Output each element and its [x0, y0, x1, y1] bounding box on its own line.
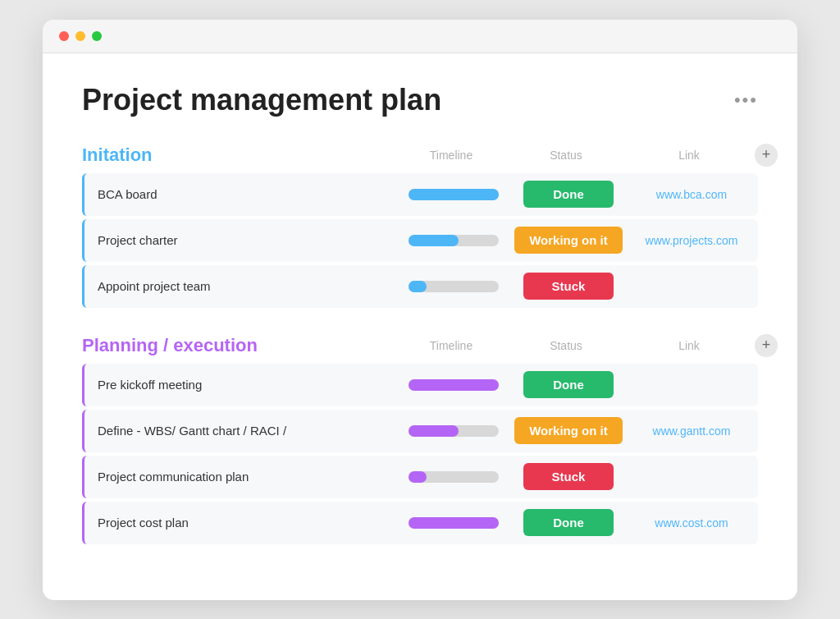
- task-name-label: Appoint project team: [84, 279, 396, 293]
- timeline-bar-container: [409, 471, 499, 483]
- maximize-dot[interactable]: [92, 31, 102, 41]
- section-header-initiation: InitationTimelineStatusLink+: [82, 144, 758, 167]
- timeline-bar: [409, 471, 427, 483]
- more-options-button[interactable]: •••: [734, 89, 758, 111]
- link-cell[interactable]: www.gantt.com: [626, 424, 757, 438]
- timeline-bar: [409, 281, 427, 292]
- status-cell: Working on it: [511, 417, 626, 444]
- timeline-bar-container: [409, 379, 499, 391]
- table-row: Pre kickoff meetingDone: [82, 364, 758, 406]
- section-initiation: InitationTimelineStatusLink+BCA boardDon…: [82, 144, 758, 308]
- col-header-status-planning: Status: [509, 339, 623, 352]
- timeline-bar: [409, 517, 499, 529]
- timeline-bar: [409, 189, 499, 200]
- timeline-cell: [396, 281, 511, 292]
- timeline-cell: [396, 235, 511, 246]
- table-row: Project communication planStuck: [82, 456, 758, 498]
- timeline-cell: [396, 517, 511, 529]
- timeline-bar: [409, 235, 459, 246]
- add-task-button-planning[interactable]: +: [755, 334, 778, 357]
- col-header-status-initiation: Status: [509, 149, 623, 162]
- table-row: Define - WBS/ Gantt chart / RACI /Workin…: [82, 410, 758, 452]
- status-cell: Working on it: [511, 227, 626, 254]
- task-name-label: Define - WBS/ Gantt chart / RACI /: [84, 424, 396, 438]
- status-cell: Done: [511, 181, 626, 208]
- timeline-cell: [396, 471, 511, 483]
- timeline-cell: [396, 379, 511, 391]
- section-title-initiation: Initation: [82, 144, 394, 166]
- page-title: Project management plan: [82, 83, 441, 117]
- status-cell: Done: [511, 371, 626, 398]
- app-window: Project management plan ••• InitationTim…: [43, 20, 797, 600]
- task-name-label: Pre kickoff meeting: [84, 378, 396, 392]
- table-row: Project charterWorking on itwww.projects…: [82, 219, 758, 262]
- table-row: Project cost planDonewww.cost.com: [82, 502, 758, 544]
- task-name-label: BCA board: [84, 187, 396, 201]
- timeline-bar-container: [409, 517, 499, 529]
- status-badge: Stuck: [523, 463, 614, 490]
- status-badge: Done: [523, 371, 614, 398]
- task-name-label: Project cost plan: [84, 516, 396, 530]
- sections-container: InitationTimelineStatusLink+BCA boardDon…: [82, 144, 758, 544]
- timeline-bar: [409, 379, 499, 391]
- link-cell[interactable]: www.cost.com: [626, 516, 757, 530]
- page-content: Project management plan ••• InitationTim…: [43, 53, 797, 600]
- link-cell[interactable]: www.bca.com: [626, 188, 757, 201]
- page-header: Project management plan •••: [82, 83, 758, 117]
- timeline-bar-container: [409, 189, 499, 200]
- timeline-bar-container: [409, 235, 499, 246]
- status-badge: Working on it: [514, 417, 623, 444]
- add-task-button-initiation[interactable]: +: [755, 144, 778, 167]
- status-cell: Stuck: [511, 463, 626, 490]
- status-badge: Stuck: [523, 273, 614, 300]
- section-title-planning: Planning / execution: [82, 335, 394, 356]
- status-badge: Done: [523, 181, 614, 208]
- titlebar: [43, 20, 797, 53]
- close-dot[interactable]: [59, 31, 69, 41]
- task-name-label: Project communication plan: [84, 470, 396, 484]
- section-header-planning: Planning / executionTimelineStatusLink+: [82, 334, 758, 357]
- timeline-bar-container: [409, 281, 499, 292]
- table-row: Appoint project teamStuck: [82, 265, 758, 308]
- minimize-dot[interactable]: [75, 31, 85, 41]
- col-header-timeline-planning: Timeline: [394, 339, 509, 352]
- link-cell[interactable]: www.projects.com: [626, 234, 757, 247]
- section-planning: Planning / executionTimelineStatusLink+P…: [82, 334, 758, 544]
- status-badge: Done: [523, 509, 614, 536]
- col-header-timeline-initiation: Timeline: [394, 149, 509, 162]
- timeline-cell: [396, 425, 511, 437]
- col-header-link-initiation: Link: [623, 149, 755, 162]
- task-name-label: Project charter: [84, 233, 396, 247]
- status-cell: Stuck: [511, 273, 626, 300]
- col-header-link-planning: Link: [623, 339, 755, 352]
- status-cell: Done: [511, 509, 626, 536]
- status-badge: Working on it: [514, 227, 623, 254]
- timeline-bar-container: [409, 425, 499, 437]
- table-row: BCA boardDonewww.bca.com: [82, 173, 758, 216]
- timeline-cell: [396, 189, 511, 200]
- timeline-bar: [409, 425, 459, 437]
